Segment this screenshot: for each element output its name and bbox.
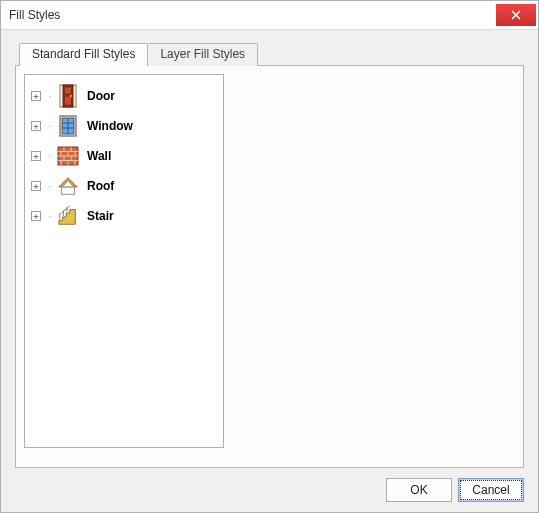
tree-item-label: Door — [83, 89, 115, 103]
tree-item-label: Wall — [83, 149, 111, 163]
tree-item-stair[interactable]: + · Stair — [29, 201, 219, 231]
svg-rect-2 — [65, 87, 72, 94]
roof-icon — [57, 175, 79, 197]
expander-icon[interactable]: + — [31, 211, 41, 221]
expander-icon[interactable]: + — [31, 121, 41, 131]
svg-rect-3 — [65, 96, 72, 105]
close-button[interactable] — [496, 4, 536, 26]
door-icon — [57, 85, 79, 107]
tree-view[interactable]: + · Door + — [24, 74, 224, 448]
tree-item-label: Roof — [83, 179, 114, 193]
dialog-button-row: OK Cancel — [15, 468, 524, 502]
tree-connector: · — [47, 211, 53, 221]
window-title: Fill Styles — [9, 8, 60, 22]
tree-item-wall[interactable]: + · — [29, 141, 219, 171]
window-icon — [57, 115, 79, 137]
stair-icon — [57, 205, 79, 227]
svg-point-4 — [70, 95, 72, 97]
ok-button[interactable]: OK — [386, 478, 452, 502]
tree-connector: · — [47, 181, 53, 191]
cancel-button[interactable]: Cancel — [458, 478, 524, 502]
wall-icon — [57, 145, 79, 167]
tree-item-label: Window — [83, 119, 133, 133]
close-icon — [511, 10, 521, 20]
tabstrip: Standard Fill Styles Layer Fill Styles — [15, 43, 524, 66]
tab-layer-fill-styles[interactable]: Layer Fill Styles — [148, 43, 258, 66]
tab-label: Layer Fill Styles — [160, 47, 245, 61]
tree-connector: · — [47, 91, 53, 101]
dialog-window: Fill Styles Standard Fill Styles Layer F… — [0, 0, 539, 513]
tree-connector: · — [47, 151, 53, 161]
expander-icon[interactable]: + — [31, 91, 41, 101]
expander-icon[interactable]: + — [31, 181, 41, 191]
tree-item-roof[interactable]: + · Roof — [29, 171, 219, 201]
svg-rect-25 — [62, 187, 75, 194]
tree-item-door[interactable]: + · Door — [29, 81, 219, 111]
titlebar: Fill Styles — [1, 1, 538, 30]
tree-item-window[interactable]: + · Window — [29, 111, 219, 141]
tab-label: Standard Fill Styles — [32, 47, 135, 61]
tab-standard-fill-styles[interactable]: Standard Fill Styles — [19, 43, 148, 66]
tab-page-standard: + · Door + — [15, 65, 524, 468]
dialog-body: Standard Fill Styles Layer Fill Styles +… — [1, 30, 538, 512]
tree-item-label: Stair — [83, 209, 114, 223]
tree-connector: · — [47, 121, 53, 131]
expander-icon[interactable]: + — [31, 151, 41, 161]
